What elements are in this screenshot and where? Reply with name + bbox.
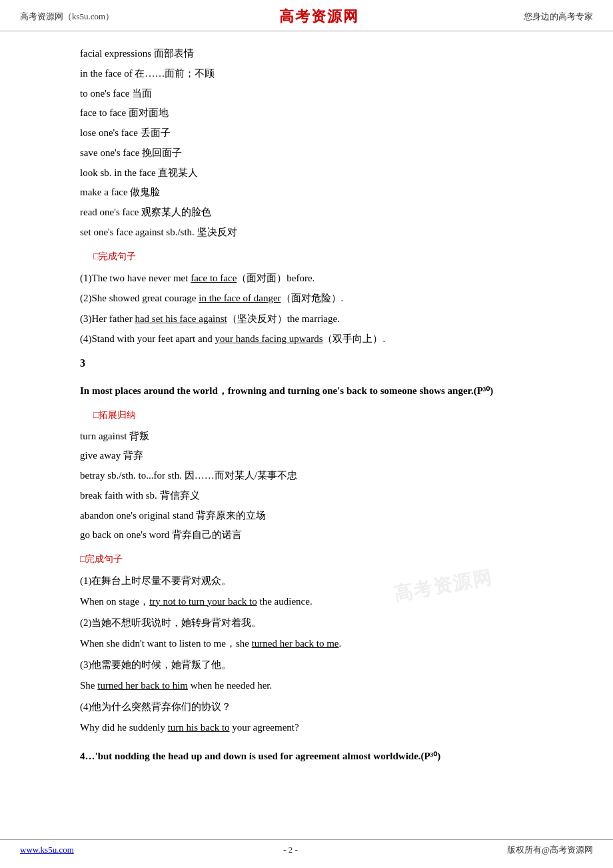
phrase2-item: give away 背弃 [80,447,560,465]
sentence2-item: (3)他需要她的时候，她背叛了他。She turned her back to … [80,655,560,695]
sentence-item: (3)Her father had set his face against（坚… [80,309,560,329]
phrase-item: set one's face against sb./sth. 坚决反对 [80,223,560,242]
phrase-item: save one's face 挽回面子 [80,144,560,163]
header-left: 高考资源网（ks5u.com） [20,11,114,23]
sentence2-item: (4)他为什么突然背弃你们的协议？Why did he suddenly tur… [80,697,560,737]
section2-label: □拓展归纳 [80,406,560,425]
phrase-item: face to face 面对面地 [80,104,560,123]
section-number-3: 3 [80,353,560,374]
sentences1-list: (1)The two have never met face to face（面… [80,269,560,349]
phrase2-item: break faith with sb. 背信弃义 [80,487,560,505]
phrase2-item: abandon one's original stand 背弃原来的立场 [80,507,560,525]
sentences2-list: (1)在舞台上时尽量不要背对观众。When on stage，try not t… [80,571,560,737]
sentence-item: (2)She showed great courage in the face … [80,289,560,308]
bold-sentence-1: In most places around the world，frowning… [80,381,560,401]
section1-label: □完成句子 [80,247,560,266]
phrase-item: lose one's face 丢面子 [80,124,560,143]
header-center: 高考资源网 [279,7,359,27]
phrase2-item: betray sb./sth. to...for sth. 因……而对某人/某事… [80,467,560,485]
phrase2-item: turn against 背叛 [80,427,560,446]
phrase-item: make a face 做鬼脸 [80,183,560,202]
sentence-item: (4)Stand with your feet apart and your h… [80,329,560,349]
sentence-item: (1)The two have never met face to face（面… [80,269,560,288]
sentence2-item: (2)当她不想听我说时，她转身背对着我。When she didn't want… [80,613,560,653]
section3-label: □完成句子 [80,550,560,569]
footer: www.ks5u.com - 2 - 版权所有@高考资源网 [0,839,613,856]
footer-right: 版权所有@高考资源网 [507,844,593,856]
footer-left: www.ks5u.com [20,845,74,855]
sentence2-item: (1)在舞台上时尽量不要背对观众。When on stage，try not t… [80,571,560,611]
phrases2-list: turn against 背叛give away 背弃betray sb./st… [80,427,560,545]
phrase-item: to one's face 当面 [80,85,560,103]
footer-center: - 2 - [283,845,298,855]
phrase2-item: go back on one's word 背弃自己的诺言 [80,526,560,545]
page: 高考资源网（ks5u.com） 高考资源网 您身边的高考专家 facial ex… [0,0,613,868]
main-content: facial expressions 面部表情in the face of 在…… [0,31,613,791]
phrase-item: read one's face 观察某人的脸色 [80,203,560,222]
phrase-item: look sb. in the face 直视某人 [80,164,560,183]
bold-sentence-2: 4…'but nodding the head up and down is u… [80,746,560,766]
header: 高考资源网（ks5u.com） 高考资源网 您身边的高考专家 [0,0,613,31]
phrase-item: in the face of 在……面前；不顾 [80,65,560,83]
phrase-item: facial expressions 面部表情 [80,45,560,63]
phrases-list: facial expressions 面部表情in the face of 在…… [80,45,560,242]
header-right: 您身边的高考专家 [524,11,593,23]
